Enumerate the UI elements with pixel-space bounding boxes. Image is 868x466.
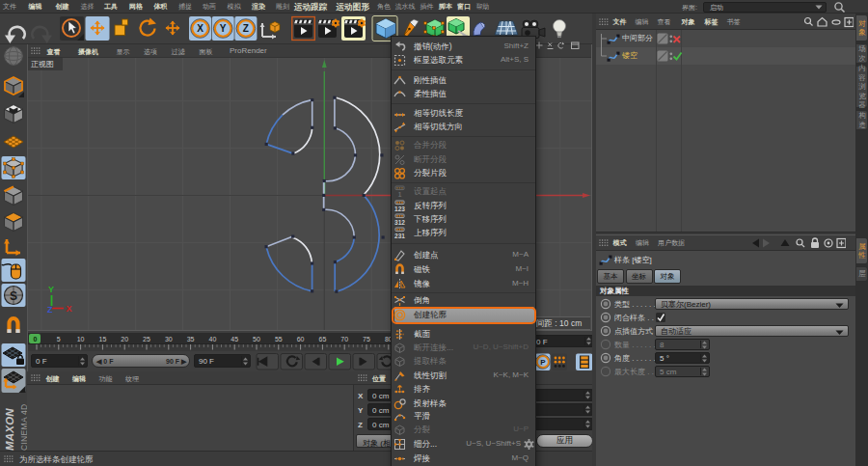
svg-text:40: 40 [209,336,217,343]
svg-text:60: 60 [297,336,305,343]
svg-text:65: 65 [319,336,327,343]
svg-text:S: S [10,289,17,303]
svg-text:Z: Z [47,305,53,315]
svg-text:35: 35 [187,336,195,343]
svg-text:1: 1 [397,191,401,198]
svg-text:30: 30 [165,336,173,343]
svg-text:Z: Z [243,23,249,34]
svg-text:75: 75 [363,336,370,343]
svg-text:10: 10 [77,336,85,343]
svg-text:Y: Y [220,23,227,34]
svg-text:45: 45 [231,336,238,343]
svg-text:123: 123 [394,206,405,212]
svg-text:X: X [67,304,72,314]
svg-text:Y: Y [48,285,54,294]
svg-text:P: P [540,358,546,367]
svg-text:312: 312 [394,219,405,226]
svg-text:15: 15 [99,336,107,343]
svg-text:5: 5 [57,336,61,343]
svg-text:231: 231 [394,233,405,239]
svg-text:20: 20 [121,336,128,343]
svg-text:55: 55 [275,336,283,343]
svg-text:X: X [197,23,203,34]
svg-text:25: 25 [143,336,150,343]
svg-text:50: 50 [253,336,260,343]
svg-text:70: 70 [340,336,348,343]
